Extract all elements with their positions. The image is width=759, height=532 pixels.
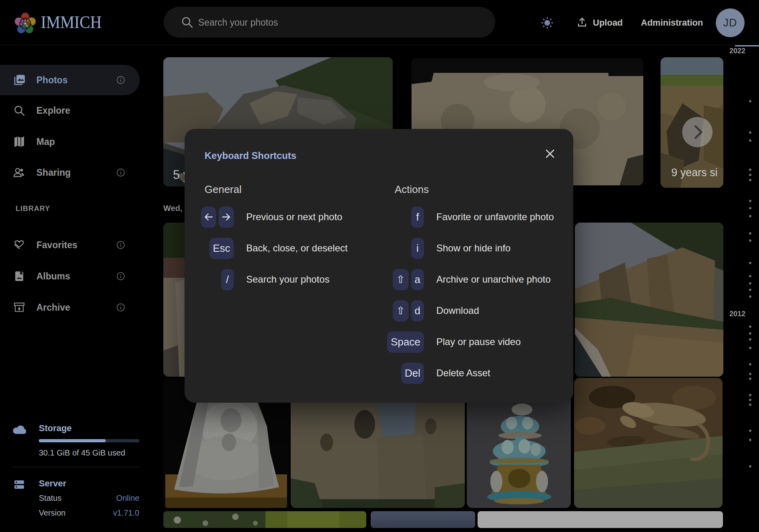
svg-text:9 years si: 9 years si: [671, 167, 718, 179]
